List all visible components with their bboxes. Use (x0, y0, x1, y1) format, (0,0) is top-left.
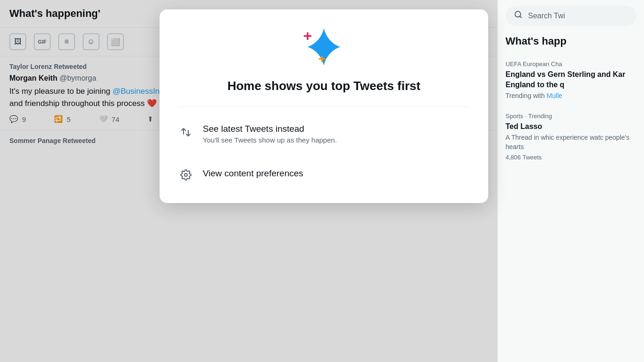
trend-desc-text-1: Trending with (506, 92, 545, 99)
content-preferences-option[interactable]: View content preferences (178, 157, 469, 186)
search-bar[interactable]: Search Twi (506, 6, 636, 26)
sparkle-area: + + (178, 23, 469, 70)
trend-category-text-1: UEFA European Cha (506, 60, 562, 68)
see-latest-title: See latest Tweets instead (203, 124, 337, 134)
trend-item-1[interactable]: UEFA European Cha England vs Gern Sterli… (506, 55, 636, 107)
content-prefs-title: View content preferences (203, 168, 303, 179)
see-latest-option-text: See latest Tweets instead You'll see Twe… (203, 124, 337, 144)
trend-desc-1: Trending with Mulle (506, 91, 636, 101)
popup-title: Home shows you top Tweets first (178, 79, 469, 93)
see-latest-tweets-option[interactable]: See latest Tweets instead You'll see Twe… (178, 118, 469, 150)
see-latest-subtitle: You'll see Tweets show up as they happen… (203, 136, 337, 144)
right-sidebar: Search Twi What's happ UEFA European Cha… (498, 0, 644, 362)
popup-modal: + + Home shows you top Tweets first See … (160, 9, 488, 203)
trend-category-1: UEFA European Cha (506, 60, 636, 68)
trend-category-2: Sports · Trending (506, 113, 636, 120)
trend-count-2: 4,806 Tweets (506, 154, 636, 161)
content-prefs-text: View content preferences (203, 168, 303, 181)
trend-title-2: Ted Lasso (506, 121, 636, 132)
sidebar-whats-happening-title: What's happ (506, 35, 636, 47)
trend-item-2[interactable]: Sports · Trending Ted Lasso A Thread in … (506, 107, 636, 167)
trend-title-1: England vs Gern Sterling and Kar England… (506, 69, 636, 90)
search-placeholder-text: Search Twi (528, 12, 565, 20)
trend-desc-2: A Thread in whic experience watc people'… (506, 133, 636, 151)
swap-icon (178, 125, 193, 140)
popup-divider (178, 106, 469, 107)
plus-bottom-icon: + (318, 52, 326, 67)
trend-link-1[interactable]: Mulle (546, 92, 562, 99)
svg-point-0 (184, 173, 187, 176)
gear-icon (178, 167, 193, 182)
search-icon (514, 10, 522, 21)
